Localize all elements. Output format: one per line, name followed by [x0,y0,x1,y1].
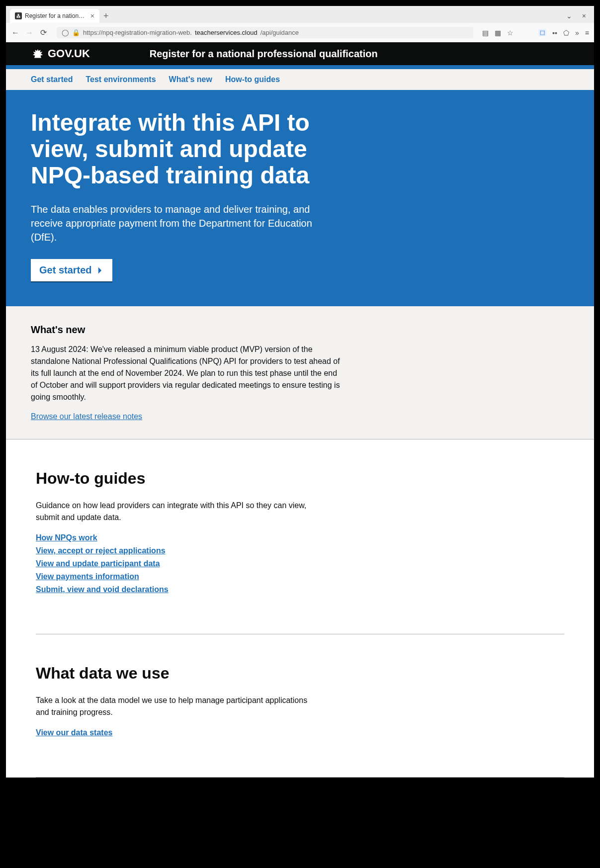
more-icon[interactable]: » [575,29,579,37]
forward-button: → [25,28,34,37]
nav-test-environments[interactable]: Test environments [86,75,156,84]
back-button[interactable]: ← [11,28,20,37]
tab-favicon-icon: ⁂ [15,12,22,19]
release-notes-link[interactable]: Browse our latest release notes [31,412,142,421]
howto-link[interactable]: View payments information [36,572,564,581]
menu-icon[interactable]: ≡ [585,29,589,37]
howto-heading: How-to guides [36,469,564,488]
get-started-label: Get started [39,264,92,276]
reader-icon[interactable]: ▤ [482,29,489,37]
data-use-heading: What data we use [36,664,564,683]
window-close-icon[interactable]: × [582,12,586,20]
browser-tab[interactable]: ⁂ Register for a national prc × [10,9,99,23]
new-tab-button[interactable]: + [103,11,109,21]
howto-link-list: How NPQs work View, accept or reject app… [36,533,564,594]
url-input[interactable]: ◯ 🔒 https://npq-registration-migration-w… [57,27,473,38]
address-bar: ← → ⟳ ◯ 🔒 https://npq-registration-migra… [6,23,594,42]
howto-link[interactable]: Submit, view and void declarations [36,585,564,594]
govuk-text: GOV.UK [48,47,90,60]
data-use-description: Take a look at the data model we use to … [36,694,314,718]
data-states-link[interactable]: View our data states [36,728,564,737]
howto-link[interactable]: View and update participant data [36,559,564,568]
data-use-section: What data we use Take a look at the data… [6,634,594,757]
tab-title: Register for a national prc [25,12,87,19]
shield-icon: ◯ [62,29,69,36]
url-prefix: https://npq-registration-migration-web. [83,29,192,36]
star-icon[interactable]: ☆ [507,29,514,37]
hero-description: The data enables providers to manage and… [31,202,329,244]
whats-new-heading: What's new [31,324,569,336]
howto-link[interactable]: View, accept or reject applications [36,546,564,555]
crown-icon [31,48,45,60]
reload-button[interactable]: ⟳ [39,28,48,37]
nav-get-started[interactable]: Get started [31,75,73,84]
extension-icon[interactable]: ⬚ [538,29,546,36]
primary-nav: Get started Test environments What's new… [6,69,594,90]
get-started-button[interactable]: Get started [31,259,112,281]
qr-icon[interactable]: ▦ [495,29,501,37]
tab-bar: ⁂ Register for a national prc × + ⌄ × [6,6,594,23]
url-suffix: /api/guidance [260,29,299,36]
nav-howto-guides[interactable]: How-to guides [225,75,280,84]
whats-new-body: 13 August 2024: We've released a minimum… [31,344,344,403]
service-name[interactable]: Register for a national professional qua… [150,48,378,60]
extensions-icon[interactable]: ⬠ [563,29,569,37]
hero: Integrate with this API to view, submit … [6,90,594,306]
hero-title: Integrate with this API to view, submit … [31,110,339,188]
apps-icon[interactable]: ▪▪ [552,29,557,37]
howto-link[interactable]: How NPQs work [36,533,564,542]
govuk-logo[interactable]: GOV.UK [31,47,90,60]
govuk-header: GOV.UK Register for a national professio… [6,42,594,69]
lock-icon: 🔒 [72,29,80,36]
howto-description: Guidance on how lead providers can integ… [36,500,314,523]
howto-section: How-to guides Guidance on how lead provi… [6,439,594,614]
url-domain: teacherservices.cloud [195,29,257,36]
section-divider [36,777,564,778]
close-icon[interactable]: × [90,12,94,20]
chevron-down-icon[interactable]: ⌄ [566,12,572,20]
nav-whats-new[interactable]: What's new [169,75,212,84]
whats-new-section: What's new 13 August 2024: We've release… [6,306,594,439]
chevron-right-icon [96,266,104,274]
